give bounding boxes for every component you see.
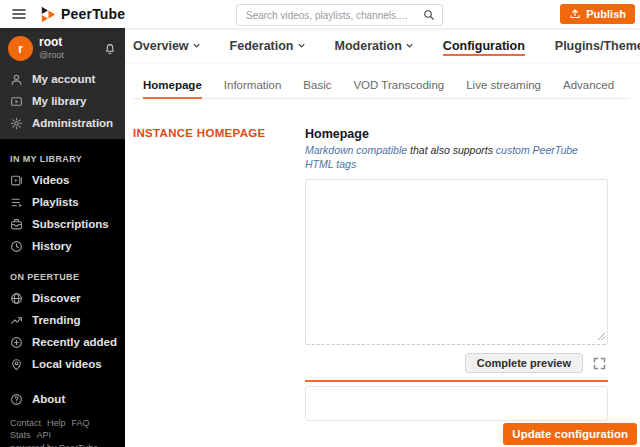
sidebar-item-label: History [32,240,72,252]
homepage-textarea[interactable] [305,179,608,345]
playlist-icon [10,196,23,209]
nav-item-plugins-themes[interactable]: Plugins/Themes [555,35,640,56]
sidebar-item-trending[interactable]: Trending [0,309,125,331]
library-icon [10,95,23,108]
sidebar-item-label: Videos [32,174,70,186]
nav-item-label: Federation [230,39,294,53]
question-circle-icon [10,393,23,406]
tab-live-streaming[interactable]: Live streaming [466,79,541,98]
markdown-preview-area [305,386,608,421]
bell-icon [103,42,117,56]
search-icon [423,9,435,21]
footer-link-contact[interactable]: Contact [10,418,41,428]
sidebar-section-title: ON PEERTUBE [10,272,115,282]
publish-button[interactable]: Publish [560,4,635,24]
sidebar: r root @root My account [0,28,125,447]
footer-link-faq[interactable]: FAQ [72,418,90,428]
top-bar: PeerTube Publish [0,0,640,28]
user-menu[interactable]: r root @root [0,28,125,68]
nav-item-moderation[interactable]: Moderation [335,35,413,56]
sidebar-top-section: r root @root My account [0,28,125,139]
nav-item-label: Configuration [443,39,525,53]
sidebar-footer-partial-text: powered by PeerTube [0,440,125,447]
sidebar-item-recently-added[interactable]: Recently added [0,331,125,353]
tab-vod-transcoding[interactable]: VOD Transcoding [353,79,444,98]
homepage-textarea-wrap [305,179,608,345]
field-label: Homepage [305,127,608,141]
sidebar-item-label: Local videos [32,358,102,370]
nav-item-configuration[interactable]: Configuration [443,35,525,56]
plus-circle-icon [10,336,23,349]
home-link[interactable]: PeerTube [39,6,125,23]
sidebar-item-label: Discover [32,292,81,304]
configuration-tabs: Homepage Information Basic VOD Transcodi… [133,79,630,99]
nav-item-overview[interactable]: Overview [133,35,200,56]
preview-divider [305,380,608,382]
expand-icon [592,356,608,371]
form-left-column: INSTANCE HOMEPAGE [133,127,305,421]
user-names: root @root [39,36,97,61]
sidebar-item-label: About [32,393,65,405]
sidebar-item-administration[interactable]: Administration [0,112,125,134]
search-box [236,4,443,26]
sidebar-item-playlists[interactable]: Playlists [0,191,125,213]
footer-link-api[interactable]: API [37,430,52,440]
globe-icon [10,292,23,305]
update-configuration-button[interactable]: Update configuration [503,423,637,445]
nav-item-federation[interactable]: Federation [230,35,305,56]
sidebar-section-title: IN MY LIBRARY [10,154,115,164]
avatar: r [8,36,33,61]
video-icon [10,174,23,187]
sidebar-item-history[interactable]: History [0,235,125,257]
sidebar-item-discover[interactable]: Discover [0,287,125,309]
sidebar-item-videos[interactable]: Videos [0,169,125,191]
sidebar-item-my-account[interactable]: My account [0,68,125,90]
markdown-compatible-link[interactable]: Markdown compatible [305,144,407,156]
trending-icon [10,314,23,327]
search-submit-button[interactable] [423,9,442,21]
tab-advanced[interactable]: Advanced [563,79,614,98]
sidebar-item-label: Trending [32,314,81,326]
hamburger-menu-button[interactable] [8,3,30,25]
subscriptions-icon [10,218,23,231]
markdown-hint: Markdown compatible that also supports c… [305,144,608,171]
tab-information[interactable]: Information [224,79,282,98]
maximize-editor-button[interactable] [592,355,608,371]
user-name: root [39,36,97,50]
complete-preview-button[interactable]: Complete preview [465,353,583,373]
nav-item-label: Overview [133,39,189,53]
sidebar-item-local-videos[interactable]: Local videos [0,353,125,375]
gear-icon [10,117,23,130]
notifications-button[interactable] [103,41,117,56]
section-heading: INSTANCE HOMEPAGE [133,127,305,139]
sidebar-item-label: My account [32,73,95,85]
map-pin-icon [10,358,23,371]
sidebar-footer-links: Contact Help FAQ Stats API [0,410,125,440]
tab-basic[interactable]: Basic [303,79,331,98]
sidebar-item-my-library[interactable]: My library [0,90,125,112]
hint-middle-text: that also supports [407,144,496,156]
upload-icon [569,8,581,20]
sidebar-item-label: My library [32,95,86,107]
peertube-app: PeerTube Publish r root [0,0,640,447]
peertube-logo-icon [39,6,56,23]
nav-item-label: Plugins/Themes [555,39,640,53]
sidebar-item-label: Playlists [32,196,79,208]
publish-label: Publish [586,8,626,20]
sidebar-item-label: Subscriptions [32,218,109,230]
admin-nav: Overview Federation Moderation Configura… [125,28,640,62]
tab-homepage[interactable]: Homepage [143,79,202,99]
footer-link-stats[interactable]: Stats [10,430,31,440]
search-input[interactable] [237,10,423,21]
preview-controls: Complete preview [305,353,608,373]
sidebar-item-about[interactable]: About [0,388,125,410]
chevron-down-icon [193,43,200,48]
footer-link-help[interactable]: Help [47,418,66,428]
sidebar-item-label: Administration [32,117,113,129]
form-right-column: Homepage Markdown compatible that also s… [305,127,608,421]
sidebar-item-label: Recently added [32,336,117,348]
main-content: Overview Federation Moderation Configura… [125,28,640,447]
hamburger-icon [11,6,27,22]
history-icon [10,240,23,253]
sidebar-item-subscriptions[interactable]: Subscriptions [0,213,125,235]
